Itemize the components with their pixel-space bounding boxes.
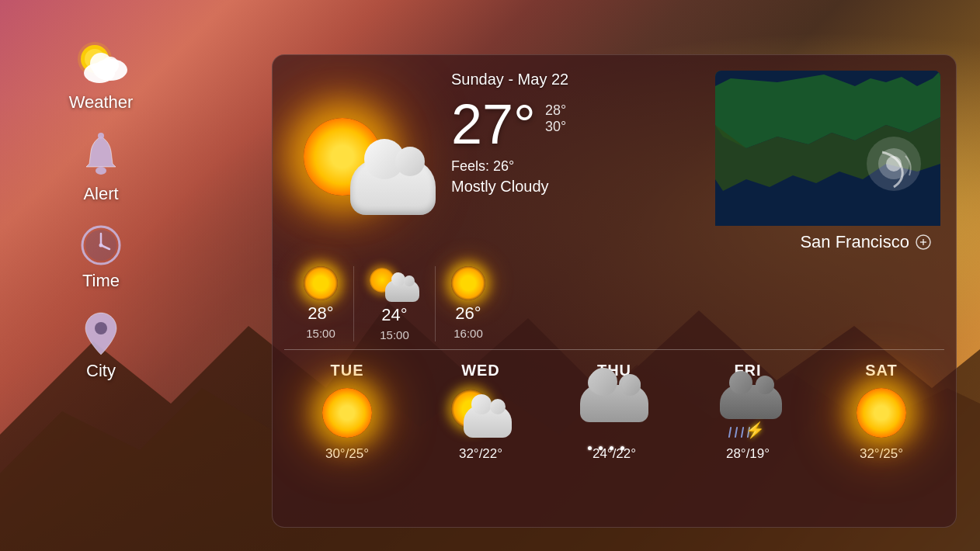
svg-point-9 bbox=[98, 133, 104, 139]
temp-low: 30° bbox=[545, 119, 566, 135]
svg-point-15 bbox=[99, 244, 103, 248]
day-temps-wed: 32°/22° bbox=[459, 446, 502, 462]
day-icon-wed bbox=[450, 386, 512, 440]
sidebar-item-alert[interactable]: Alert bbox=[66, 126, 136, 210]
satellite-map bbox=[715, 71, 940, 226]
day-temps-fri: 28°/19° bbox=[726, 446, 770, 462]
hourly-item-0: 28° 15:00 bbox=[288, 266, 354, 341]
hourly-time-1: 15:00 bbox=[380, 328, 409, 341]
condition: Mostly Cloudy bbox=[451, 178, 707, 196]
sidebar-weather-label: Weather bbox=[69, 92, 134, 113]
hourly-item-2: 26° 16:00 bbox=[436, 266, 501, 341]
hourly-cloud-icon-1 bbox=[370, 266, 419, 302]
day-temps-tue: 30°/25° bbox=[325, 446, 369, 462]
day-name-tue: TUE bbox=[331, 362, 364, 379]
hourly-temp-2: 26° bbox=[455, 303, 481, 324]
hourly-strip: 28° 15:00 24° 15:00 26° 16:00 bbox=[273, 266, 956, 349]
sidebar-item-time[interactable]: Time bbox=[64, 218, 137, 297]
day-icon-sat bbox=[850, 386, 912, 440]
sidebar-item-city[interactable]: City bbox=[68, 305, 134, 387]
hourly-time-2: 16:00 bbox=[454, 327, 483, 340]
hourly-sun-icon-0 bbox=[304, 266, 338, 300]
temperature-main: 27° 28° 30° bbox=[451, 96, 707, 152]
left-sidebar: Weather Alert Time City bbox=[0, 0, 202, 551]
current-info: Sunday - May 22 27° 28° 30° Feels: 26° M… bbox=[451, 71, 707, 258]
day-temps-sat: 32°/25° bbox=[860, 446, 903, 462]
day-item-fri: FRI ⚡ 28 bbox=[681, 362, 815, 515]
hourly-time-0: 15:00 bbox=[306, 327, 335, 340]
day-item-tue: TUE 30°/25° bbox=[280, 362, 414, 515]
satellite-image: San Francisco bbox=[715, 71, 940, 258]
clock-icon bbox=[80, 224, 122, 266]
day-item-sat: SAT 32°/25° bbox=[815, 362, 948, 515]
bell-icon bbox=[82, 133, 120, 179]
location-icon bbox=[84, 311, 118, 356]
hourly-temp-0: 28° bbox=[308, 303, 333, 324]
day-name-wed: WED bbox=[461, 362, 500, 379]
hourly-temp-1: 24° bbox=[381, 305, 407, 325]
temp-high: 28° bbox=[545, 102, 566, 119]
current-weather-icon bbox=[288, 71, 443, 258]
hourly-item-1: 24° 15:00 bbox=[354, 266, 436, 341]
feels-like: Feels: 26° bbox=[451, 158, 707, 175]
svg-point-8 bbox=[102, 57, 119, 74]
svg-point-16 bbox=[95, 322, 107, 334]
city-name: San Francisco bbox=[715, 226, 940, 258]
hourly-sun-icon-2 bbox=[451, 266, 485, 300]
weather-card: Sunday - May 22 27° 28° 30° Feels: 26° M… bbox=[272, 54, 957, 528]
day-item-wed: WED 32°/22° bbox=[414, 362, 547, 515]
day-name-sat: SAT bbox=[865, 362, 898, 379]
sidebar-city-label: City bbox=[86, 361, 116, 381]
sun-cloud-icon bbox=[70, 37, 132, 88]
day-icon-tue bbox=[316, 386, 378, 440]
sidebar-alert-label: Alert bbox=[83, 184, 118, 204]
current-cloud-icon bbox=[350, 159, 436, 215]
svg-point-10 bbox=[96, 167, 106, 175]
sidebar-item-weather[interactable]: Weather bbox=[54, 31, 149, 119]
location-pin-icon bbox=[916, 234, 931, 250]
day-item-thu: THU 24°/22° bbox=[547, 362, 681, 515]
weekly-forecast: TUE 30°/25° WED 32°/22° THU bbox=[273, 350, 956, 527]
day-icon-fri: ⚡ bbox=[717, 386, 779, 440]
temp-current: 27° bbox=[451, 96, 536, 152]
day-icon-thu bbox=[583, 386, 645, 440]
temp-range: 28° 30° bbox=[545, 96, 566, 135]
city-name-text: San Francisco bbox=[800, 232, 909, 252]
sidebar-time-label: Time bbox=[82, 271, 120, 291]
card-top: Sunday - May 22 27° 28° 30° Feels: 26° M… bbox=[273, 55, 956, 266]
date-display: Sunday - May 22 bbox=[451, 71, 707, 88]
